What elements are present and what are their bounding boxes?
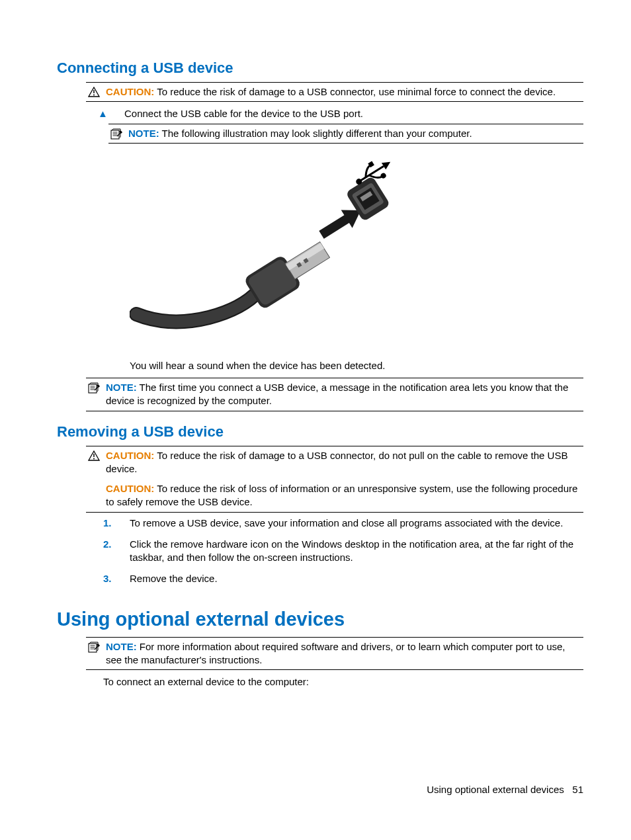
svg-rect-23 bbox=[89, 384, 97, 393]
svg-rect-3 bbox=[111, 130, 119, 139]
svg-point-2 bbox=[93, 95, 95, 96]
caution-label: CAUTION: bbox=[106, 483, 154, 494]
svg-point-29 bbox=[93, 458, 95, 459]
note-label: NOTE: bbox=[106, 641, 137, 652]
svg-rect-30 bbox=[89, 644, 97, 652]
remove-step-1: 1. To remove a USB device, save your inf… bbox=[103, 513, 583, 534]
heading-removing-usb: Removing a USB device bbox=[57, 423, 583, 441]
connect-external-line: To connect an external device to the com… bbox=[103, 670, 583, 694]
svg-marker-20 bbox=[382, 159, 393, 170]
step-connect-cable: ▲ Connect the USB cable for the device t… bbox=[98, 102, 583, 123]
note-icon bbox=[86, 640, 102, 653]
caution-text: To reduce the risk of damage to a USB co… bbox=[154, 86, 556, 97]
usb-illustration bbox=[130, 155, 407, 347]
note-text: For more information about required soft… bbox=[106, 641, 565, 665]
step-marker-icon: ▲ bbox=[98, 107, 111, 120]
step-number: 1. bbox=[103, 517, 116, 530]
step-text: Click the remove hardware icon on the Wi… bbox=[130, 538, 583, 565]
remove-step-3: 3. Remove the device. bbox=[103, 568, 583, 589]
footer-text: Using optional external devices bbox=[427, 784, 564, 795]
note-box-first-time: NOTE: The first time you connect a USB d… bbox=[86, 378, 583, 411]
warning-icon-placeholder bbox=[86, 482, 102, 483]
note-label: NOTE: bbox=[106, 382, 137, 393]
note-text: The first time you connect a USB device,… bbox=[106, 382, 568, 406]
step-number: 2. bbox=[103, 538, 116, 565]
note-icon bbox=[86, 381, 102, 394]
caution-box-remove-1: CAUTION: To reduce the risk of damage to… bbox=[86, 446, 583, 476]
step-text: To remove a USB device, save your inform… bbox=[130, 517, 583, 530]
note-box-external: NOTE: For more information about require… bbox=[86, 637, 583, 671]
caution-text: To reduce the risk of damage to a USB co… bbox=[106, 450, 568, 474]
remove-step-2: 2. Click the remove hardware icon on the… bbox=[103, 534, 583, 569]
note-box-illustration: NOTE: The following illustration may loo… bbox=[108, 124, 583, 144]
warning-icon bbox=[86, 85, 102, 97]
note-text: The following illustration may look slig… bbox=[159, 128, 472, 139]
note-label: NOTE: bbox=[128, 128, 159, 139]
warning-icon bbox=[86, 449, 102, 461]
heading-connecting-usb: Connecting a USB device bbox=[57, 60, 583, 77]
step-number: 3. bbox=[103, 572, 116, 585]
step-text: Remove the device. bbox=[130, 572, 583, 585]
note-icon bbox=[108, 127, 124, 140]
document-page: Connecting a USB device CAUTION: To redu… bbox=[0, 0, 631, 840]
heading-external-devices: Using optional external devices bbox=[57, 609, 583, 630]
caution-box-remove-2: CAUTION: To reduce the risk of loss of i… bbox=[86, 476, 583, 513]
page-number: 51 bbox=[572, 784, 583, 795]
caution-text: To reduce the risk of loss of informatio… bbox=[106, 483, 577, 507]
step-text: Connect the USB cable for the device to … bbox=[124, 107, 583, 120]
caution-label: CAUTION: bbox=[106, 450, 154, 461]
svg-point-22 bbox=[380, 172, 387, 179]
page-footer: Using optional external devices 51 bbox=[427, 784, 583, 795]
caution-label: CAUTION: bbox=[106, 86, 154, 97]
caution-box-connect: CAUTION: To reduce the risk of damage to… bbox=[86, 82, 583, 102]
detection-sound-text: You will hear a sound when the device ha… bbox=[130, 359, 583, 372]
